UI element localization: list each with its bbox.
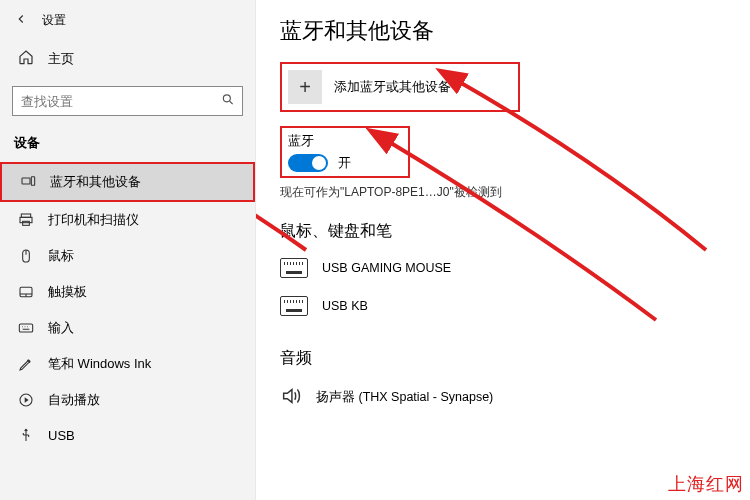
category-audio: 音频 xyxy=(280,348,726,369)
plus-icon: + xyxy=(288,70,322,104)
mouse-icon xyxy=(18,248,34,264)
search-icon xyxy=(221,93,235,110)
page-title: 蓝牙和其他设备 xyxy=(280,16,726,46)
category-mouse-keyboard: 鼠标、键盘和笔 xyxy=(280,221,726,242)
main-content: 蓝牙和其他设备 + 添加蓝牙或其他设备 蓝牙 开 现在可作为"LAPTOP-8P… xyxy=(256,0,750,500)
bluetooth-label: 蓝牙 xyxy=(288,132,402,150)
printer-icon xyxy=(18,212,34,228)
svg-point-0 xyxy=(223,95,230,102)
discoverable-status: 现在可作为"LAPTOP-8PE1…J0"被检测到 xyxy=(280,184,726,201)
toggle-state-label: 开 xyxy=(338,154,351,172)
sidebar-item-label: 自动播放 xyxy=(48,391,100,409)
keyboard-device-icon xyxy=(280,296,308,316)
bluetooth-block: 蓝牙 开 xyxy=(280,126,410,178)
sidebar-item-label: 打印机和扫描仪 xyxy=(48,211,139,229)
device-row[interactable]: USB KB xyxy=(280,290,726,328)
settings-window: 设置 主页 设备 蓝牙和其他设备 xyxy=(0,0,750,500)
sidebar-item-usb[interactable]: USB xyxy=(0,418,255,452)
sidebar-item-label: USB xyxy=(48,428,75,443)
svg-rect-1 xyxy=(22,178,30,184)
sidebar-item-label: 输入 xyxy=(48,319,74,337)
sidebar-item-pen[interactable]: 笔和 Windows Ink xyxy=(0,346,255,382)
speaker-icon xyxy=(280,385,302,410)
device-row[interactable]: 扬声器 (THX Spatial - Synapse) xyxy=(280,379,726,422)
device-name: USB KB xyxy=(322,299,368,313)
search-container xyxy=(0,80,255,128)
sidebar-nav: 蓝牙和其他设备 打印机和扫描仪 鼠标 触摸板 xyxy=(0,162,255,452)
sidebar-item-mouse[interactable]: 鼠标 xyxy=(0,238,255,274)
svg-rect-11 xyxy=(19,324,32,332)
keyboard-icon xyxy=(18,320,34,336)
touchpad-icon xyxy=(18,284,34,300)
home-nav[interactable]: 主页 xyxy=(0,41,255,76)
search-input[interactable] xyxy=(12,86,243,116)
svg-rect-5 xyxy=(23,221,30,225)
sidebar-item-bluetooth[interactable]: 蓝牙和其他设备 xyxy=(0,162,255,202)
autoplay-icon xyxy=(18,392,34,408)
window-title: 设置 xyxy=(42,13,66,27)
sidebar-item-label: 触摸板 xyxy=(48,283,87,301)
window-titlebar: 设置 xyxy=(0,8,255,37)
sidebar-item-label: 蓝牙和其他设备 xyxy=(50,173,141,191)
home-icon xyxy=(18,49,34,68)
sidebar-section-label: 设备 xyxy=(0,128,255,162)
svg-rect-2 xyxy=(31,177,34,186)
device-row[interactable]: USB GAMING MOUSE xyxy=(280,252,726,290)
sidebar-item-autoplay[interactable]: 自动播放 xyxy=(0,382,255,418)
device-name: 扬声器 (THX Spatial - Synapse) xyxy=(316,389,493,406)
sidebar: 设置 主页 设备 蓝牙和其他设备 xyxy=(0,0,256,500)
add-device-button[interactable]: + 添加蓝牙或其他设备 xyxy=(280,62,520,112)
pen-icon xyxy=(18,356,34,372)
svg-rect-4 xyxy=(20,217,32,222)
bluetooth-toggle[interactable] xyxy=(288,154,328,172)
devices-icon xyxy=(20,174,36,190)
usb-icon xyxy=(18,427,34,443)
add-device-label: 添加蓝牙或其他设备 xyxy=(334,78,451,96)
home-label: 主页 xyxy=(48,50,74,68)
sidebar-item-printers[interactable]: 打印机和扫描仪 xyxy=(0,202,255,238)
watermark-text: 上海红网 xyxy=(668,472,744,496)
keyboard-device-icon xyxy=(280,258,308,278)
sidebar-item-typing[interactable]: 输入 xyxy=(0,310,255,346)
sidebar-item-touchpad[interactable]: 触摸板 xyxy=(0,274,255,310)
sidebar-item-label: 笔和 Windows Ink xyxy=(48,355,151,373)
back-icon[interactable] xyxy=(14,12,28,29)
device-name: USB GAMING MOUSE xyxy=(322,261,451,275)
sidebar-item-label: 鼠标 xyxy=(48,247,74,265)
